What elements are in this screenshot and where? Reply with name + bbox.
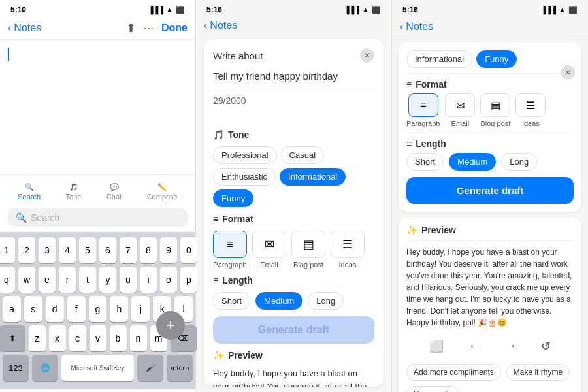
key-c[interactable]: c bbox=[69, 325, 86, 351]
format-paragraph-icon: ≡ bbox=[213, 231, 247, 258]
format-blog-right[interactable]: ▤ Blog post bbox=[480, 93, 510, 127]
format-section-label: ≡ Format bbox=[213, 214, 374, 224]
done-button[interactable]: Done bbox=[161, 22, 188, 34]
write-input[interactable]: Tell my friend happy birthday bbox=[213, 69, 374, 83]
close-button-right[interactable]: ✕ bbox=[561, 65, 575, 80]
tone-chips: Professional Casual Enthusiastic Informa… bbox=[213, 146, 374, 207]
compose-back-button[interactable]: ‹ Notes bbox=[204, 20, 237, 31]
tab-chat[interactable]: 💬 Chat bbox=[101, 180, 127, 203]
tone-section-label: 🎵 Tone bbox=[213, 129, 374, 140]
key-emoji[interactable]: 🌐 bbox=[32, 355, 58, 381]
format-email-icon: ✉ bbox=[252, 231, 286, 258]
key-q[interactable]: q bbox=[0, 267, 15, 293]
write-about-label: Write about bbox=[213, 50, 263, 61]
key-7[interactable]: 7 bbox=[120, 237, 137, 263]
format-blog-icon: ▤ bbox=[291, 231, 325, 258]
key-u[interactable]: u bbox=[120, 267, 137, 293]
tone-emoji-icon: 🎵 bbox=[213, 129, 224, 140]
tab-tone[interactable]: 🎵 Tone bbox=[61, 180, 87, 203]
chip-make-rhyme[interactable]: Make it rhyme bbox=[506, 364, 570, 381]
chip-funny[interactable]: Funny bbox=[213, 189, 253, 207]
format-paragraph-right[interactable]: ≡ Paragraph bbox=[406, 93, 440, 127]
more-icon[interactable]: ··· bbox=[144, 22, 154, 35]
key-e[interactable]: e bbox=[39, 267, 56, 293]
chip-professional[interactable]: Professional bbox=[213, 146, 277, 164]
key-s[interactable]: s bbox=[24, 296, 42, 322]
key-return[interactable]: return bbox=[167, 355, 193, 381]
search-bar[interactable]: 🔍 Search bbox=[8, 208, 188, 227]
key-o[interactable]: o bbox=[160, 267, 177, 293]
length-long[interactable]: Long bbox=[308, 292, 344, 310]
key-4[interactable]: 4 bbox=[59, 237, 76, 263]
write-card: Write about ✕ Tell my friend happy birth… bbox=[204, 39, 384, 387]
key-v[interactable]: v bbox=[90, 325, 106, 351]
format-section-label-right: ≡ Format bbox=[406, 79, 574, 90]
key-6[interactable]: 6 bbox=[99, 237, 116, 263]
key-5[interactable]: 5 bbox=[79, 237, 96, 263]
generate-draft-button-right[interactable]: Generate draft bbox=[406, 177, 574, 204]
key-z[interactable]: z bbox=[29, 325, 46, 351]
key-9[interactable]: 9 bbox=[160, 237, 177, 263]
generate-back-chevron-icon: ‹ bbox=[400, 21, 403, 33]
key-i[interactable]: i bbox=[140, 267, 157, 293]
key-h[interactable]: h bbox=[110, 296, 128, 322]
format-paragraph[interactable]: ≡ Paragraph bbox=[213, 231, 247, 269]
key-a[interactable]: a bbox=[3, 296, 21, 322]
key-1[interactable]: 1 bbox=[0, 237, 15, 263]
key-g[interactable]: g bbox=[89, 296, 107, 322]
length-icon: ≡ bbox=[213, 275, 218, 286]
key-2[interactable]: 2 bbox=[18, 237, 35, 263]
key-x[interactable]: x bbox=[49, 325, 66, 351]
chip-informational[interactable]: Informational bbox=[280, 168, 346, 186]
back-button[interactable]: ‹ Notes bbox=[8, 22, 41, 34]
length-short[interactable]: Short bbox=[213, 292, 250, 310]
search-icon: 🔍 bbox=[25, 183, 34, 191]
key-mic[interactable]: 🎤 bbox=[137, 355, 163, 381]
key-shift[interactable]: ⬆ bbox=[0, 325, 25, 351]
format-blog[interactable]: ▤ Blog post bbox=[291, 231, 325, 269]
forward-arrow-icon[interactable]: → bbox=[504, 339, 516, 353]
key-b[interactable]: b bbox=[110, 325, 127, 351]
tab-compose[interactable]: ✏️ Compose bbox=[142, 180, 183, 203]
chip-funny-right[interactable]: Funny bbox=[476, 50, 517, 68]
generate-draft-button[interactable]: Generate draft bbox=[213, 316, 374, 344]
key-p[interactable]: p bbox=[180, 267, 197, 293]
chip-casual[interactable]: Casual bbox=[281, 146, 324, 164]
new-note-fab[interactable]: + bbox=[156, 311, 185, 340]
chip-add-compliments[interactable]: Add more compliments bbox=[406, 364, 501, 381]
format-email-right[interactable]: ✉ Email bbox=[445, 93, 475, 127]
tab-search[interactable]: 🔍 Search bbox=[12, 180, 46, 203]
key-3[interactable]: 3 bbox=[39, 237, 56, 263]
key-t[interactable]: t bbox=[79, 267, 96, 293]
chip-use-emojis[interactable]: Use emojis bbox=[406, 386, 459, 392]
key-y[interactable]: y bbox=[99, 267, 116, 293]
format-ideas-right[interactable]: ☰ Ideas bbox=[515, 93, 546, 127]
key-f[interactable]: f bbox=[67, 296, 86, 322]
format-email[interactable]: ✉ Email bbox=[252, 231, 286, 269]
length-medium-right[interactable]: Medium bbox=[449, 153, 496, 171]
length-short-right[interactable]: Short bbox=[406, 153, 444, 171]
generate-back-button[interactable]: ‹ Notes bbox=[400, 21, 433, 33]
key-n[interactable]: n bbox=[130, 325, 147, 351]
close-button[interactable]: ✕ bbox=[360, 48, 374, 63]
chip-informational-right[interactable]: Informational bbox=[406, 50, 472, 68]
key-8[interactable]: 8 bbox=[140, 237, 157, 263]
copy-square-icon[interactable]: ⬜ bbox=[429, 339, 444, 353]
key-j[interactable]: j bbox=[131, 296, 150, 322]
key-space[interactable]: Microsoft SwiftKey bbox=[61, 355, 134, 381]
format-blog-icon-right: ▤ bbox=[480, 93, 510, 117]
key-0[interactable]: 0 bbox=[180, 237, 197, 263]
compose-icon: ✏️ bbox=[157, 183, 167, 191]
key-d[interactable]: d bbox=[46, 296, 64, 322]
key-num[interactable]: 123 bbox=[3, 355, 29, 381]
format-ideas[interactable]: ☰ Ideas bbox=[331, 231, 365, 269]
length-long-right[interactable]: Long bbox=[501, 153, 537, 171]
key-w[interactable]: w bbox=[18, 267, 35, 293]
length-medium[interactable]: Medium bbox=[255, 292, 302, 310]
generate-config-card: Informational Funny ✕ ≡ Format ≡ Paragra… bbox=[399, 42, 581, 212]
back-arrow-icon[interactable]: ← bbox=[468, 339, 480, 353]
refresh-icon[interactable]: ↺ bbox=[541, 339, 551, 353]
share-icon[interactable]: ⬆ bbox=[126, 21, 136, 35]
chip-enthusiastic[interactable]: Enthusiastic bbox=[213, 168, 276, 186]
key-r[interactable]: r bbox=[59, 267, 76, 293]
